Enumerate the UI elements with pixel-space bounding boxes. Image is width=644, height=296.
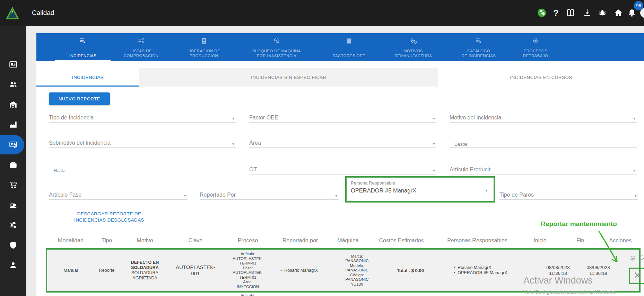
annotation-reportar-mantenimiento: Reportar mantenimiento — [527, 220, 631, 228]
subtab-underline — [36, 86, 139, 87]
notification-count-badge[interactable]: 96 — [634, 1, 643, 10]
subtab-incidencias-en-cursos[interactable]: INCIDENCIAS EN CURSOS — [438, 68, 644, 87]
bug-report-icon[interactable] — [598, 8, 607, 18]
chevron-down-icon: ▼ — [432, 142, 436, 146]
maintenance-tools-icon[interactable] — [634, 271, 641, 279]
column-header: Proceso — [224, 237, 271, 244]
topbar: Calidad ? 96 — [0, 0, 644, 26]
filter-label: Motivo del Incidencia — [450, 115, 501, 120]
tab-label: BLOQUEO DE MÁQUINA — [252, 49, 301, 53]
chevron-down-icon: ▼ — [432, 169, 436, 172]
home-icon[interactable] — [613, 8, 623, 18]
tab-listas-de-comprobacion[interactable]: LISTAS DECOMPROBACIÓN — [112, 33, 171, 61]
subtab-incidencias-sin-especificar[interactable]: INCIDENCIAS SIN ESPECIFICAR — [139, 68, 438, 87]
sidebar-item-quality[interactable] — [0, 135, 26, 155]
sidebar-item-news[interactable] — [0, 54, 26, 74]
sidebar-item-factory[interactable] — [0, 115, 26, 135]
filter-placeholder: Desde — [450, 142, 468, 147]
tab-label: COMPROBACIÓN — [124, 54, 159, 58]
filter-motivo-del-incidencia[interactable]: Motivo del Incidencia ▼ — [450, 115, 637, 124]
manual-book-icon[interactable] — [566, 8, 575, 18]
active-tab-underline — [55, 60, 111, 61]
chevron-down-icon: ▼ — [633, 169, 636, 172]
cell-inicio: 08/08/202311:36:18 — [537, 264, 579, 276]
tab-catalogo-de-incidencias[interactable]: CATÁLOGODE INCIDENCIAS — [447, 33, 510, 61]
cell-personas-responsables: • Rosario ManagrX • OPERADOR #5 ManagrX — [445, 265, 537, 276]
tab-label: PROCESOS — [524, 49, 547, 53]
page-title: Calidad — [32, 9, 54, 17]
tab-bloqueo-de-maquina[interactable]: BLOQUEO DE MÁQUINAPOR INASISTENCIA — [238, 33, 315, 61]
filter-desde-input[interactable]: Desde — [450, 141, 637, 150]
table-header: Modalidad Tipo Motivo Clave Proceso Repo… — [51, 237, 642, 244]
motivo-detalle: SOLDADURA AGRIETADA — [131, 270, 158, 280]
next-row-peek: Artículo: — [226, 293, 270, 296]
download-report-link[interactable]: DESCARGAR REPORTE DE INCIDENCIAS DESGLOS… — [59, 211, 159, 223]
subtab-label: INCIDENCIAS — [72, 75, 104, 80]
sidebar-item-cash-register[interactable] — [0, 195, 26, 215]
company-logo-icon[interactable] — [6, 6, 19, 20]
filter-label: OT — [249, 167, 257, 172]
filter-area[interactable]: Área ▼ — [249, 140, 436, 149]
subtab-label: INCIDENCIAS EN CURSOS — [510, 75, 572, 80]
filter-placeholder: Hasta — [49, 168, 66, 173]
filter-label: Reportado Por — [200, 192, 236, 198]
sidebar-item-shield[interactable] — [0, 235, 26, 255]
tab-factores-oee[interactable]: FACTORES OEE — [321, 33, 377, 61]
module-tab-bar: INCIDENCIAS LISTAS DECOMPROBACIÓN LIBERA… — [36, 33, 644, 61]
tab-label: INCIDENCIAS — [69, 54, 97, 58]
sidebar-item-person[interactable] — [0, 255, 26, 275]
help-icon[interactable]: ? — [551, 8, 561, 18]
chevron-down-icon: ▼ — [232, 142, 235, 146]
tab-label: REMANUFACTURA — [394, 54, 432, 58]
refresh-icon[interactable] — [639, 254, 644, 261]
subtab-incidencias[interactable]: INCIDENCIAS — [36, 68, 139, 87]
cell-tipo: Reporte — [90, 268, 123, 273]
column-header: Reportado por — [271, 237, 329, 244]
tab-liberacion-de-produccion[interactable]: LIBERACIÓN DEPRODUCCIÓN — [173, 33, 235, 61]
filter-hasta-input[interactable]: Hasta — [49, 167, 236, 176]
filter-value: OPERADOR #5 ManagrX — [351, 187, 416, 194]
gear-icon[interactable] — [630, 255, 636, 261]
column-header: Modalidad — [51, 237, 90, 244]
tab-label: DE INCIDENCIAS — [462, 54, 496, 58]
chevron-down-icon: ▼ — [485, 189, 488, 192]
annotation-arrow-icon — [589, 230, 627, 269]
column-header: Costos Estimados — [367, 237, 436, 244]
sidebar-item-warehouse[interactable] — [0, 95, 26, 115]
sidebar-item-people[interactable] — [0, 74, 26, 95]
filter-label: Artículo Fase — [49, 192, 81, 198]
tab-motivos-remanufactura[interactable]: MOTIVOSREMANUFACTURA — [382, 33, 444, 61]
cell-reportado-por: • Rosario ManagrX — [271, 268, 338, 273]
tab-label: FACTORES OEE — [333, 54, 365, 58]
globe-icon[interactable] — [537, 8, 547, 18]
cell-proceso: Artículo: AUTOPLASTEK-TERM-01 Fase: AUTO… — [224, 252, 271, 289]
filter-persona-responsable-highlighted[interactable]: Persona Responsable OPERADOR #5 ManagrX … — [345, 176, 495, 203]
notifications-bell-icon[interactable] — [627, 8, 637, 18]
filter-label: Tipo de Incidencia — [49, 115, 94, 120]
tab-label: LISTAS DE — [130, 49, 152, 53]
cell-clave: AUTOPLASTEK-001 — [167, 264, 224, 277]
filter-ot[interactable]: OT ▼ — [249, 167, 436, 176]
sidebar-item-briefcase[interactable] — [0, 155, 26, 175]
filter-label: Área — [249, 140, 261, 146]
filter-tipo-de-paros[interactable]: Tipo de Paros ▼ — [499, 192, 638, 201]
filter-articulo-fase[interactable]: Artículo Fase ▼ — [49, 192, 188, 201]
maintenance-highlight-box — [629, 268, 644, 284]
filter-label: Persona Responsable — [351, 180, 395, 186]
column-header: Motivo — [123, 237, 167, 244]
download-icon[interactable] — [582, 8, 592, 18]
tab-procesos-retrabajo[interactable]: PROCESOSRETRABAJO — [506, 33, 565, 61]
filter-submotivo-del-incidencia[interactable]: Submotivo del Incidencia ▼ — [49, 140, 236, 149]
chevron-down-icon: ▼ — [432, 117, 436, 120]
column-header: Inicio — [519, 237, 561, 244]
chevron-down-icon: ▼ — [183, 194, 187, 198]
new-report-button[interactable]: NUEVO REPORTE — [49, 92, 110, 105]
filter-factor-oee[interactable]: Factor OEE ▼ — [249, 115, 436, 124]
sidebar-item-cart[interactable] — [0, 175, 26, 195]
sidebar-item-sliders[interactable] — [0, 215, 26, 235]
filter-reportado-por[interactable]: Reportado Por ▼ — [200, 192, 339, 201]
tab-incidencias[interactable]: INCIDENCIAS — [48, 33, 118, 61]
cell-modalidad: Manual — [51, 268, 90, 273]
filter-tipo-de-incidencia[interactable]: Tipo de Incidencia ▼ — [49, 115, 236, 124]
filter-articulo-producir[interactable]: Artículo Producir ▼ — [450, 167, 637, 176]
